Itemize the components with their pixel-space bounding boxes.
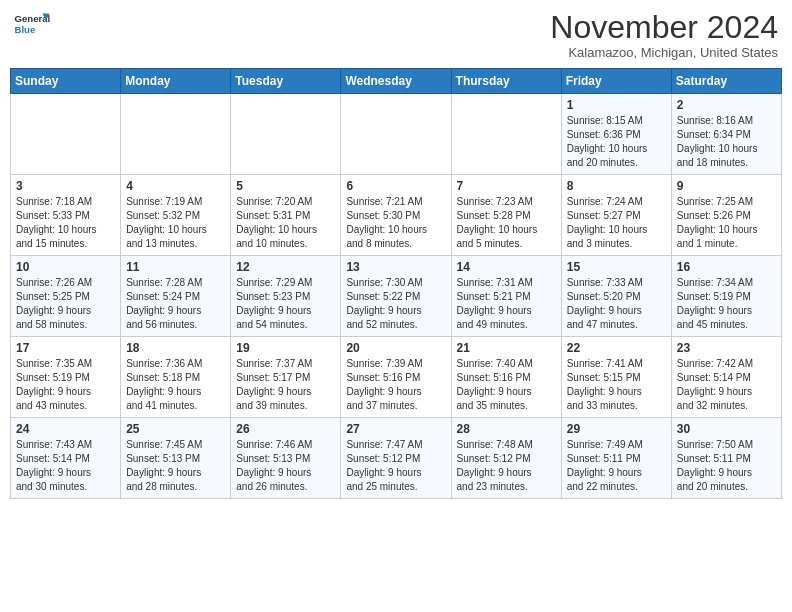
page-header: General Blue November 2024 Kalamazoo, Mi…: [10, 10, 782, 60]
calendar-cell: 21Sunrise: 7:40 AM Sunset: 5:16 PM Dayli…: [451, 337, 561, 418]
day-number: 8: [567, 179, 666, 193]
calendar-cell: 18Sunrise: 7:36 AM Sunset: 5:18 PM Dayli…: [121, 337, 231, 418]
day-number: 23: [677, 341, 776, 355]
day-number: 27: [346, 422, 445, 436]
day-info: Sunrise: 7:37 AM Sunset: 5:17 PM Dayligh…: [236, 357, 335, 413]
day-info: Sunrise: 7:49 AM Sunset: 5:11 PM Dayligh…: [567, 438, 666, 494]
day-number: 19: [236, 341, 335, 355]
calendar-week-row: 10Sunrise: 7:26 AM Sunset: 5:25 PM Dayli…: [11, 256, 782, 337]
calendar-table: SundayMondayTuesdayWednesdayThursdayFrid…: [10, 68, 782, 499]
day-number: 1: [567, 98, 666, 112]
day-info: Sunrise: 8:16 AM Sunset: 6:34 PM Dayligh…: [677, 114, 776, 170]
day-info: Sunrise: 7:39 AM Sunset: 5:16 PM Dayligh…: [346, 357, 445, 413]
calendar-cell: 25Sunrise: 7:45 AM Sunset: 5:13 PM Dayli…: [121, 418, 231, 499]
calendar-cell: 2Sunrise: 8:16 AM Sunset: 6:34 PM Daylig…: [671, 94, 781, 175]
calendar-cell: 3Sunrise: 7:18 AM Sunset: 5:33 PM Daylig…: [11, 175, 121, 256]
day-number: 12: [236, 260, 335, 274]
day-number: 13: [346, 260, 445, 274]
day-number: 21: [457, 341, 556, 355]
day-info: Sunrise: 7:33 AM Sunset: 5:20 PM Dayligh…: [567, 276, 666, 332]
day-info: Sunrise: 7:24 AM Sunset: 5:27 PM Dayligh…: [567, 195, 666, 251]
calendar-cell: 13Sunrise: 7:30 AM Sunset: 5:22 PM Dayli…: [341, 256, 451, 337]
day-info: Sunrise: 7:30 AM Sunset: 5:22 PM Dayligh…: [346, 276, 445, 332]
calendar-cell: 14Sunrise: 7:31 AM Sunset: 5:21 PM Dayli…: [451, 256, 561, 337]
day-number: 11: [126, 260, 225, 274]
calendar-cell: 19Sunrise: 7:37 AM Sunset: 5:17 PM Dayli…: [231, 337, 341, 418]
calendar-cell: [11, 94, 121, 175]
calendar-cell: 9Sunrise: 7:25 AM Sunset: 5:26 PM Daylig…: [671, 175, 781, 256]
day-info: Sunrise: 7:35 AM Sunset: 5:19 PM Dayligh…: [16, 357, 115, 413]
day-info: Sunrise: 7:21 AM Sunset: 5:30 PM Dayligh…: [346, 195, 445, 251]
day-number: 22: [567, 341, 666, 355]
day-number: 5: [236, 179, 335, 193]
calendar-cell: 28Sunrise: 7:48 AM Sunset: 5:12 PM Dayli…: [451, 418, 561, 499]
day-info: Sunrise: 7:42 AM Sunset: 5:14 PM Dayligh…: [677, 357, 776, 413]
calendar-week-row: 17Sunrise: 7:35 AM Sunset: 5:19 PM Dayli…: [11, 337, 782, 418]
calendar-cell: [231, 94, 341, 175]
day-info: Sunrise: 7:18 AM Sunset: 5:33 PM Dayligh…: [16, 195, 115, 251]
day-number: 26: [236, 422, 335, 436]
calendar-week-row: 24Sunrise: 7:43 AM Sunset: 5:14 PM Dayli…: [11, 418, 782, 499]
calendar-cell: 6Sunrise: 7:21 AM Sunset: 5:30 PM Daylig…: [341, 175, 451, 256]
day-number: 7: [457, 179, 556, 193]
calendar-cell: [341, 94, 451, 175]
day-header-tuesday: Tuesday: [231, 69, 341, 94]
calendar-cell: 5Sunrise: 7:20 AM Sunset: 5:31 PM Daylig…: [231, 175, 341, 256]
day-info: Sunrise: 7:29 AM Sunset: 5:23 PM Dayligh…: [236, 276, 335, 332]
calendar-week-row: 3Sunrise: 7:18 AM Sunset: 5:33 PM Daylig…: [11, 175, 782, 256]
day-info: Sunrise: 7:47 AM Sunset: 5:12 PM Dayligh…: [346, 438, 445, 494]
day-info: Sunrise: 7:36 AM Sunset: 5:18 PM Dayligh…: [126, 357, 225, 413]
calendar-cell: 10Sunrise: 7:26 AM Sunset: 5:25 PM Dayli…: [11, 256, 121, 337]
day-number: 29: [567, 422, 666, 436]
calendar-body: 1Sunrise: 8:15 AM Sunset: 6:36 PM Daylig…: [11, 94, 782, 499]
day-info: Sunrise: 7:23 AM Sunset: 5:28 PM Dayligh…: [457, 195, 556, 251]
day-info: Sunrise: 8:15 AM Sunset: 6:36 PM Dayligh…: [567, 114, 666, 170]
day-number: 2: [677, 98, 776, 112]
day-info: Sunrise: 7:31 AM Sunset: 5:21 PM Dayligh…: [457, 276, 556, 332]
day-info: Sunrise: 7:28 AM Sunset: 5:24 PM Dayligh…: [126, 276, 225, 332]
day-number: 17: [16, 341, 115, 355]
day-info: Sunrise: 7:20 AM Sunset: 5:31 PM Dayligh…: [236, 195, 335, 251]
day-info: Sunrise: 7:41 AM Sunset: 5:15 PM Dayligh…: [567, 357, 666, 413]
calendar-cell: [121, 94, 231, 175]
day-number: 16: [677, 260, 776, 274]
day-number: 25: [126, 422, 225, 436]
calendar-cell: [451, 94, 561, 175]
day-number: 28: [457, 422, 556, 436]
location: Kalamazoo, Michigan, United States: [550, 45, 778, 60]
day-number: 30: [677, 422, 776, 436]
day-number: 10: [16, 260, 115, 274]
day-number: 4: [126, 179, 225, 193]
calendar-cell: 12Sunrise: 7:29 AM Sunset: 5:23 PM Dayli…: [231, 256, 341, 337]
day-info: Sunrise: 7:45 AM Sunset: 5:13 PM Dayligh…: [126, 438, 225, 494]
day-header-monday: Monday: [121, 69, 231, 94]
day-number: 20: [346, 341, 445, 355]
day-info: Sunrise: 7:46 AM Sunset: 5:13 PM Dayligh…: [236, 438, 335, 494]
day-number: 15: [567, 260, 666, 274]
calendar-week-row: 1Sunrise: 8:15 AM Sunset: 6:36 PM Daylig…: [11, 94, 782, 175]
calendar-cell: 22Sunrise: 7:41 AM Sunset: 5:15 PM Dayli…: [561, 337, 671, 418]
day-info: Sunrise: 7:40 AM Sunset: 5:16 PM Dayligh…: [457, 357, 556, 413]
day-header-wednesday: Wednesday: [341, 69, 451, 94]
calendar-cell: 20Sunrise: 7:39 AM Sunset: 5:16 PM Dayli…: [341, 337, 451, 418]
calendar-cell: 30Sunrise: 7:50 AM Sunset: 5:11 PM Dayli…: [671, 418, 781, 499]
calendar-cell: 1Sunrise: 8:15 AM Sunset: 6:36 PM Daylig…: [561, 94, 671, 175]
svg-text:Blue: Blue: [15, 24, 36, 35]
calendar-cell: 27Sunrise: 7:47 AM Sunset: 5:12 PM Dayli…: [341, 418, 451, 499]
calendar-cell: 17Sunrise: 7:35 AM Sunset: 5:19 PM Dayli…: [11, 337, 121, 418]
day-info: Sunrise: 7:48 AM Sunset: 5:12 PM Dayligh…: [457, 438, 556, 494]
calendar-cell: 7Sunrise: 7:23 AM Sunset: 5:28 PM Daylig…: [451, 175, 561, 256]
day-info: Sunrise: 7:43 AM Sunset: 5:14 PM Dayligh…: [16, 438, 115, 494]
day-info: Sunrise: 7:50 AM Sunset: 5:11 PM Dayligh…: [677, 438, 776, 494]
day-number: 24: [16, 422, 115, 436]
day-header-saturday: Saturday: [671, 69, 781, 94]
day-info: Sunrise: 7:34 AM Sunset: 5:19 PM Dayligh…: [677, 276, 776, 332]
calendar-header-row: SundayMondayTuesdayWednesdayThursdayFrid…: [11, 69, 782, 94]
calendar-cell: 8Sunrise: 7:24 AM Sunset: 5:27 PM Daylig…: [561, 175, 671, 256]
day-number: 3: [16, 179, 115, 193]
day-info: Sunrise: 7:26 AM Sunset: 5:25 PM Dayligh…: [16, 276, 115, 332]
calendar-cell: 11Sunrise: 7:28 AM Sunset: 5:24 PM Dayli…: [121, 256, 231, 337]
logo: General Blue: [14, 10, 50, 38]
calendar-cell: 26Sunrise: 7:46 AM Sunset: 5:13 PM Dayli…: [231, 418, 341, 499]
day-info: Sunrise: 7:25 AM Sunset: 5:26 PM Dayligh…: [677, 195, 776, 251]
